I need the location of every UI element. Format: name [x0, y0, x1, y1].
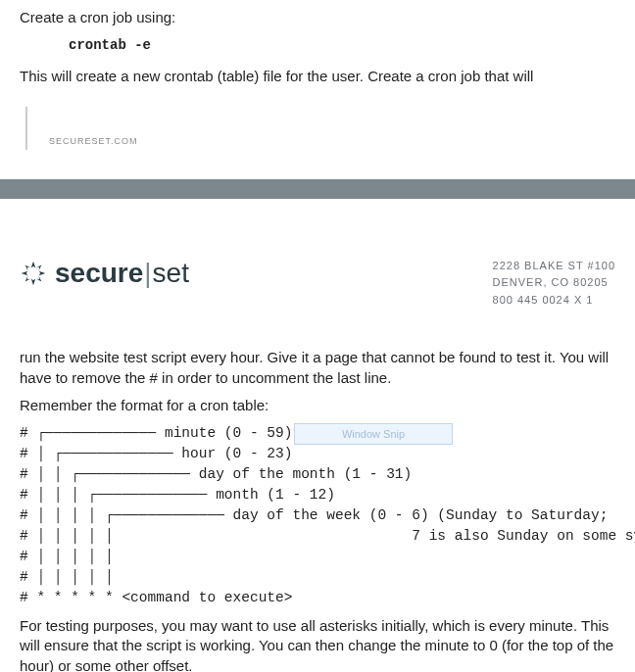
svg-marker-2 — [31, 278, 35, 285]
page-footer-domain: SECURESET.COM — [25, 107, 615, 150]
address-line-3: 800 445 0024 X 1 — [493, 292, 615, 310]
svg-marker-4 — [36, 264, 42, 270]
svg-marker-5 — [36, 275, 42, 281]
address-block: 2228 BLAKE ST #100 DENVER, CO 80205 800 … — [493, 258, 615, 310]
intro-para: Create a cron job using: — [20, 8, 615, 27]
cron-format-diagram: # ┌───────────── minute (0 - 59) # │ ┌──… — [20, 423, 615, 608]
logo-text: secure|set — [55, 258, 189, 289]
diagram-wrapper: Window Snip # ┌───────────── minute (0 -… — [20, 423, 615, 608]
letterhead: secure|set 2228 BLAKE ST #100 DENVER, CO… — [20, 258, 615, 310]
logo-bold: secure — [55, 258, 143, 288]
logo-light: set — [153, 258, 189, 288]
continuation-para: run the website test script every hour. … — [20, 348, 615, 388]
logo-pipe: | — [143, 258, 152, 288]
svg-marker-7 — [25, 264, 31, 270]
address-line-1: 2228 BLAKE ST #100 — [493, 258, 615, 275]
testing-para: For testing purposes, you may want to us… — [20, 616, 615, 672]
remember-para: Remember the format for a cron table: — [20, 396, 615, 415]
logo: secure|set — [20, 258, 189, 289]
code-block: crontab -e — [69, 37, 615, 53]
address-line-2: DENVER, CO 80205 — [493, 274, 615, 292]
svg-marker-1 — [39, 270, 46, 274]
logo-icon — [20, 260, 47, 287]
page-one: Create a cron job using: crontab -e This… — [0, 8, 635, 169]
desc-para: This will create a new crontab (table) f… — [20, 67, 615, 86]
svg-marker-0 — [31, 261, 35, 267]
page-two: secure|set 2228 BLAKE ST #100 DENVER, CO… — [0, 199, 635, 673]
svg-marker-6 — [25, 275, 31, 281]
svg-marker-3 — [22, 270, 28, 274]
page-divider — [0, 179, 635, 199]
